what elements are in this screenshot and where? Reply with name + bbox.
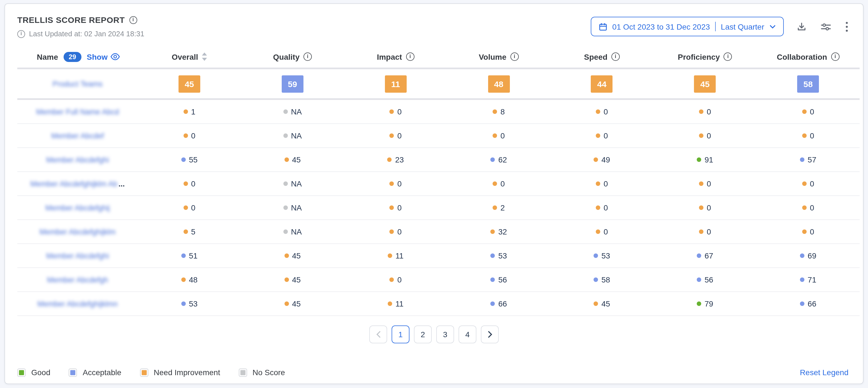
score-dot [593, 253, 598, 258]
download-button[interactable] [796, 20, 808, 33]
legend-item-acceptable[interactable]: Acceptable [69, 368, 122, 377]
column-info-icon[interactable] [406, 53, 414, 61]
more-options-button[interactable] [844, 20, 849, 33]
score-dot [593, 157, 598, 162]
score-value: 66 [808, 299, 816, 308]
column-label: Overall [172, 52, 198, 61]
name-cell[interactable]: Member Abcdefghij [17, 204, 138, 212]
score-dot [181, 301, 185, 306]
legend-item-good[interactable]: Good [17, 368, 51, 377]
score-value: 45 [292, 299, 301, 308]
trellis-score-table: Name 29 Show OverallQualityImpactVolumeS… [17, 46, 860, 316]
score-dot [283, 205, 287, 210]
score-cells: 4845056585671 [138, 275, 860, 284]
name-cell[interactable]: Member Abcdefghijklm [17, 228, 138, 236]
score-dot [283, 181, 287, 186]
contributor-name-blurred[interactable]: Member Abcdefghijklm [39, 228, 116, 236]
column-info-icon[interactable] [831, 53, 839, 61]
score-dot [183, 133, 188, 138]
score-dot [490, 277, 495, 282]
title-info-icon[interactable] [129, 16, 137, 24]
contributor-name-blurred[interactable]: Member Abcdefghi [46, 155, 109, 164]
name-cell[interactable]: Member Abcdefghijklmn [17, 300, 138, 308]
contributor-name-blurred[interactable]: Member Abcdefghij [45, 204, 110, 212]
score-cell: 8 [447, 107, 550, 116]
legend-item-no_score[interactable]: No Score [239, 368, 285, 377]
score-value: 0 [603, 179, 608, 188]
show-names-toggle[interactable]: Show [87, 52, 120, 61]
column-header-overall[interactable]: Overall [138, 52, 241, 61]
contributor-name-blurred[interactable]: Member Abcdef [51, 131, 104, 140]
score-cell: 23 [344, 155, 447, 164]
score-cell: 66 [447, 299, 550, 308]
sort-icon[interactable] [202, 53, 207, 61]
pagination-prev-button[interactable] [369, 326, 387, 344]
score-value: 0 [398, 227, 402, 236]
name-cell[interactable]: Member Abcdefghi [17, 155, 138, 164]
score-dot [593, 301, 598, 306]
score-cell: NA [241, 227, 344, 236]
name-cell[interactable]: Product Teams [17, 80, 138, 88]
pagination-page-4[interactable]: 4 [459, 326, 476, 344]
name-cell[interactable]: Member Abcdefghi [17, 251, 138, 260]
score-cell: 0 [653, 107, 757, 116]
score-value: 91 [705, 155, 713, 164]
contributor-name-blurred[interactable]: Member Abcdefghijklmn [37, 300, 118, 308]
name-cell[interactable]: Member Abcdefghijklm Ab... [17, 179, 138, 188]
score-value: NA [291, 179, 302, 188]
report-header-actions: 01 Oct 2023 to 31 Dec 2023 Last Quarter [590, 17, 849, 36]
score-cell: 62 [447, 155, 550, 164]
legend-item-need_improvement[interactable]: Need Improvement [140, 368, 220, 377]
score-cells: 5NA032000 [138, 227, 860, 236]
score-value: 0 [603, 107, 608, 116]
table-row: Member Abcdefghijklmn53451166457966 [17, 292, 860, 316]
column-info-icon[interactable] [611, 53, 620, 61]
name-cell[interactable]: Member Full Name Abcd [17, 108, 138, 116]
date-range-picker[interactable]: 01 Oct 2023 to 31 Dec 2023 Last Quarter [590, 17, 784, 36]
column-label: Collaboration [777, 52, 827, 61]
score-cell: 69 [756, 251, 860, 260]
contributor-name-blurred[interactable]: Member Full Name Abcd [36, 108, 119, 116]
pagination-next-button[interactable] [481, 326, 499, 344]
score-value: 56 [705, 275, 713, 284]
score-value: 0 [500, 131, 505, 140]
score-dot [802, 181, 806, 186]
score-badge: 11 [384, 75, 406, 92]
contributor-name-blurred[interactable]: Member Abcdefghijklm Ab [30, 179, 117, 188]
name-cell[interactable]: Member Abcdefgh [17, 275, 138, 284]
legend-label: No Score [252, 368, 285, 377]
pagination: 1234 [5, 326, 863, 344]
reset-legend-link[interactable]: Reset Legend [800, 368, 848, 377]
pagination-page-1[interactable]: 1 [392, 326, 409, 344]
legend-color-box [140, 368, 148, 377]
score-cells: 0NA00000 [138, 131, 860, 140]
column-info-icon[interactable] [724, 53, 732, 61]
score-dot [388, 157, 392, 162]
pagination-page-2[interactable]: 2 [414, 326, 432, 344]
score-value: 57 [808, 155, 816, 164]
score-value: 5 [191, 227, 195, 236]
score-dot [390, 181, 394, 186]
score-cells: 0NA02000 [138, 203, 860, 212]
score-cell: 32 [447, 227, 550, 236]
contributor-name-blurred[interactable]: Member Abcdefghi [46, 251, 109, 260]
score-cell: 51 [138, 251, 241, 260]
column-info-icon[interactable] [304, 53, 312, 61]
sliders-icon [820, 22, 831, 32]
contributor-name-blurred[interactable]: Product Teams [53, 80, 103, 88]
name-cell[interactable]: Member Abcdef [17, 131, 138, 140]
contributor-name-blurred[interactable]: Member Abcdefgh [47, 275, 108, 284]
score-cell: NA [241, 107, 344, 116]
pagination-page-3[interactable]: 3 [436, 326, 454, 344]
score-value: 2 [500, 203, 505, 212]
score-cell: 58 [756, 75, 860, 92]
score-value: NA [291, 107, 302, 116]
score-dot [593, 277, 598, 282]
column-info-icon[interactable] [510, 53, 519, 61]
score-value: 56 [498, 275, 507, 284]
score-badge: 45 [179, 75, 200, 92]
score-dot [699, 133, 704, 138]
widget-settings-button[interactable] [819, 20, 832, 33]
score-dot [493, 110, 497, 114]
score-value: 53 [498, 251, 507, 260]
